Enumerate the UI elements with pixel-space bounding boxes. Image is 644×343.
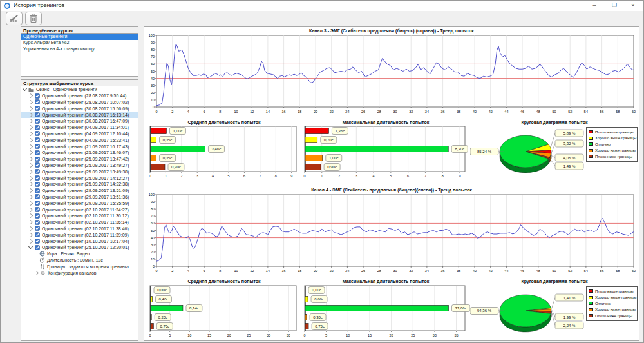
expander-closed-icon[interactable] <box>28 119 33 123</box>
expander-closed-icon[interactable] <box>28 93 33 98</box>
tree-item-training[interactable]: Одиночный тренинг (25.09.2017 14:22:38) <box>21 181 138 188</box>
expander-closed-icon[interactable] <box>28 170 33 174</box>
close-button[interactable]: × <box>624 1 642 11</box>
tree-item-label: Одиночный тренинг (25.09.2017 14:12:27) <box>42 176 129 181</box>
svg-text:8: 8 <box>219 269 221 273</box>
tree-item-training[interactable]: Одиночный тренинг (28.08.2017 10:07:02) <box>21 99 138 106</box>
tree-item-training[interactable]: Одиночный тренинг (25.10.2017 12:20:01) <box>21 244 138 251</box>
max-duration-title: Максимальная длительность попыток <box>301 279 470 284</box>
tree-item-training[interactable]: Одиночный тренинг (30.08.2017 16:47:09) <box>21 118 138 124</box>
expander-closed-icon[interactable] <box>28 213 33 218</box>
expander-closed-icon[interactable] <box>28 132 33 136</box>
tree-item-training[interactable]: Одиночный тренинг (28.08.2017 9:55:44) <box>21 93 138 99</box>
expander-closed-icon[interactable] <box>28 233 33 237</box>
delete-button[interactable] <box>25 12 42 25</box>
pie-legend: Плохо выше границыХорошо выше границыОтл… <box>586 127 638 162</box>
structure-panel-title: Структура выбранного курса <box>21 79 138 86</box>
expander-closed-icon[interactable] <box>28 220 33 224</box>
tree-item-training[interactable]: Одиночный тренинг (02.10.2017 11:36:12) <box>21 213 138 219</box>
svg-text:8,30с: 8,30с <box>455 147 464 151</box>
expander-closed-icon[interactable] <box>28 157 33 161</box>
tree-item-training[interactable]: Одиночный тренинг (29.09.2017 13:51:09) <box>21 188 138 194</box>
tree-item-training[interactable]: Одиночный тренинг (04.09.2017 11:34:01) <box>21 124 138 131</box>
legend-label: Плохо выше границы <box>595 289 634 293</box>
expander-closed-icon[interactable] <box>28 144 33 149</box>
course-list-item[interactable]: Курс Альфа/ Бета №2 <box>21 40 138 46</box>
svg-text:0: 0 <box>303 174 305 178</box>
minimize-button[interactable]: – <box>585 1 603 11</box>
avg-duration-title: Средняя длительность попыток <box>147 279 301 284</box>
check-icon <box>34 207 40 213</box>
expander-closed-icon[interactable] <box>28 188 33 193</box>
tree-item-training[interactable]: Одиночный тренинг (25.09.2017 13:49:27) <box>21 162 138 169</box>
expander-closed-icon[interactable] <box>28 138 33 142</box>
expander-closed-icon[interactable] <box>28 207 33 211</box>
svg-text:42: 42 <box>489 269 493 273</box>
svg-text:4,06 %: 4,06 % <box>564 156 576 160</box>
channels-icon <box>40 270 46 276</box>
expander-closed-icon[interactable] <box>28 113 33 117</box>
tree-item-training[interactable]: Одиночный тренинг (30.08.2017 16:13:14) <box>21 112 138 118</box>
expander-closed-icon[interactable] <box>28 150 33 155</box>
report-button[interactable] <box>6 12 23 25</box>
max-duration-chart: 1,36с0,70с8,30с1,00с0,90с0123456789 <box>301 125 470 183</box>
tree-item-training[interactable]: Одиночный тренинг (25.09.2017 13:47:42) <box>21 156 138 162</box>
svg-text:58: 58 <box>616 269 620 273</box>
avg-duration-chart: 1,00с0,35с3,46с0,35с0,90с0123456789 <box>147 125 301 183</box>
tree-item-detail[interactable]: Игра : Релакс Видео <box>21 251 138 257</box>
expander-closed-icon[interactable] <box>28 182 33 186</box>
tree-item-training[interactable]: Одиночный тренинг (02.10.2017 11:36:14) <box>21 219 138 226</box>
svg-text:4: 4 <box>373 174 375 178</box>
legend-row: Отлично <box>588 141 636 148</box>
expander-open-icon[interactable] <box>28 244 33 249</box>
tree-item-training[interactable]: Одиночный тренинг (02.10.2017 11:34:27) <box>21 206 138 213</box>
tree-item-training[interactable]: Одиночный тренинг (02.10.2017 11:39:09) <box>21 231 138 238</box>
check-icon <box>34 244 40 250</box>
svg-text:52: 52 <box>568 269 572 273</box>
expander-closed-icon[interactable] <box>28 163 33 168</box>
tree-item-detail[interactable]: Конфигурация каналов <box>21 270 138 276</box>
svg-text:60: 60 <box>151 221 155 225</box>
tree-item-detail[interactable]: Длительность : 00мин. 12с <box>21 257 138 264</box>
check-icon <box>34 156 40 162</box>
toolbar <box>1 11 643 26</box>
legend-row: Хорошо выше границы <box>588 135 636 142</box>
tree-item-label: Одиночный тренинг (02.10.2017 11:36:12) <box>42 213 129 218</box>
svg-text:15: 15 <box>368 333 372 337</box>
svg-text:3: 3 <box>196 174 198 178</box>
tree-item-training[interactable]: Одиночный тренинг (25.09.2017 13:49:38) <box>21 168 138 175</box>
svg-text:1,41 %: 1,41 % <box>564 296 576 300</box>
expander-closed-icon[interactable] <box>34 270 39 275</box>
channel-3-panel: Канал 3 - ЭМГ (Сгибатель предплечья (биц… <box>144 27 639 184</box>
expander-closed-icon[interactable] <box>28 201 33 206</box>
tree-item-training[interactable]: Одиночный тренинг (04.09.2017 15:23:41) <box>21 137 138 143</box>
tree-item-training[interactable]: Одиночный тренинг (21.09.2017 16:17:43) <box>21 143 138 150</box>
course-list-item[interactable]: Упражнения на 4-х главую мышцу <box>21 46 138 52</box>
tree-item-training[interactable]: Одиночный тренинг (29.09.2017 13:51:36) <box>21 194 138 201</box>
svg-text:9: 9 <box>290 174 292 178</box>
check-icon <box>34 93 40 99</box>
expander-closed-icon[interactable] <box>28 125 33 130</box>
expander-closed-icon[interactable] <box>28 100 33 104</box>
tree-item-training[interactable]: Одиночный тренинг (02.10.2017 11:38:46) <box>21 226 138 232</box>
tree-item-training[interactable]: Одиночный тренинг (25.09.2017 14:12:27) <box>21 175 138 181</box>
expander-closed-icon[interactable] <box>28 176 33 181</box>
expander-closed-icon[interactable] <box>28 226 33 231</box>
svg-text:24: 24 <box>345 269 349 273</box>
expander-closed-icon[interactable] <box>28 239 33 243</box>
tree-item-training[interactable]: Одиночный тренинг (25.09.2017 13:46:07) <box>21 150 138 156</box>
svg-text:5,89 %: 5,89 % <box>564 132 576 135</box>
expander-open-icon[interactable] <box>23 86 27 91</box>
expander-closed-icon[interactable] <box>28 195 33 199</box>
course-list-item[interactable]: Одиночные тренинги <box>21 34 138 40</box>
tree-item-session[interactable]: Сеанс - Одиночные тренинги <box>21 86 138 93</box>
tree-item-training[interactable]: Одиночный тренинг (30.08.2017 15:56:09) <box>21 105 138 112</box>
expander-closed-icon[interactable] <box>28 106 33 111</box>
tree-item-detail[interactable]: Границы : задаются во время тренинга <box>21 263 138 270</box>
app-window: История тренингов – ❐ × Пр <box>0 0 644 343</box>
tree-item-training[interactable]: Одиночный тренинг (04.09.2017 12:10:44) <box>21 131 138 137</box>
restore-button[interactable]: ❐ <box>605 1 623 11</box>
pie-chart: 85,24 %5,89 %3,32 %4,06 %1,49 % <box>470 123 585 184</box>
tree-item-training[interactable]: Одиночный тренинг (10.10.2017 10:17:04) <box>21 238 138 244</box>
tree-item-training[interactable]: Одиночный тренинг (29.09.2017 15:35:59) <box>21 200 138 206</box>
